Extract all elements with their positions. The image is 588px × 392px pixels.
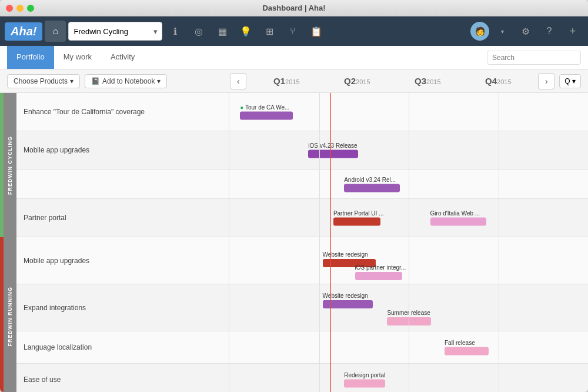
running-row-2: Language localization	[16, 331, 229, 364]
book-icon[interactable]: 📋	[306, 21, 327, 42]
app-window: Dashboard | Aha! Aha! ⌂ Fredwin Cycling …	[0, 0, 588, 392]
cycling-bar-0-0: ● Tour de CA We...	[240, 104, 293, 120]
green-dot-icon: ●	[240, 104, 243, 111]
bar-label: iOS partner integr...	[355, 264, 406, 271]
minimize-button[interactable]	[16, 5, 24, 12]
bar-label: Website redesign	[323, 251, 368, 258]
avatar[interactable]: 🧑	[470, 22, 489, 41]
notebook-icon: 📓	[91, 77, 100, 85]
cycling-rows: Enhance "Tour de California" coverage Mo…	[16, 93, 229, 237]
bulb-icon[interactable]: 💡	[235, 21, 256, 42]
close-button[interactable]	[6, 5, 13, 12]
running-chart-row-0: Website redesign iOS partner integr...	[229, 237, 588, 284]
title-bar: Dashboard | Aha!	[0, 0, 588, 16]
sub-nav-search	[487, 46, 581, 69]
cycling-row-1-label: Mobile app upgrades	[24, 146, 89, 154]
bar-label: iOS v4.23 Release	[308, 142, 357, 149]
cycling-row-0-label: Enhance "Tour de California" coverage	[24, 108, 145, 116]
settings-icon[interactable]: ⚙	[515, 21, 536, 42]
gantt-main: FREDWIN CYCLING Enhance "Tour de Califor…	[0, 93, 588, 392]
gantt-bar[interactable]	[445, 347, 489, 356]
cycling-group-label-area: FREDWIN CYCLING Enhance "Tour de Califor…	[0, 93, 229, 237]
running-group-label: FREDWIN RUNNING	[4, 237, 16, 392]
add-notebook-chevron: ▾	[157, 77, 161, 85]
gantt-bar[interactable]	[355, 272, 402, 280]
bar-label: Giro d'Italia Web ...	[430, 210, 480, 217]
q4-label: Q42015	[463, 76, 533, 86]
running-row-2-label: Language localization	[24, 343, 92, 351]
cycling-bar-3-1: Giro d'Italia Web ...	[430, 210, 486, 226]
running-row-3-label: Ease of use	[24, 376, 61, 384]
cycling-row-0: Enhance "Tour de California" coverage	[16, 93, 229, 131]
target-icon[interactable]: ◎	[188, 21, 209, 42]
zoom-button[interactable]: Q ▾	[559, 74, 581, 88]
cycling-chart-row-3: Partner Portal UI ... Giro d'Italia Web …	[229, 199, 588, 237]
cycling-row-1: Mobile app upgrades	[16, 131, 229, 170]
running-bar-1-0: Website redesign	[323, 293, 373, 308]
bar-label: Summer release	[387, 310, 430, 316]
gantt-bar[interactable]	[387, 317, 431, 325]
running-row-0-label: Mobile app upgrades	[24, 257, 89, 265]
running-chart-row-2: Fall release	[229, 331, 588, 364]
sub-nav-tabs: Portfolio My work Activity	[7, 46, 144, 69]
bar-label: Redesign portal	[344, 372, 385, 378]
q1-label: Q12015	[251, 76, 322, 86]
tab-mywork[interactable]: My work	[54, 46, 101, 69]
calendar-icon[interactable]: ▦	[212, 21, 233, 42]
nav-right: 🧑 ▾ ⚙ ? +	[470, 21, 583, 42]
branch-icon[interactable]: ⑂	[282, 21, 303, 42]
timeline-prev-button[interactable]: ‹	[230, 73, 246, 89]
bar-label: Android v3.24 Rel...	[344, 176, 396, 182]
choose-products-chevron: ▾	[70, 77, 74, 85]
running-label-text: FREDWIN RUNNING	[7, 287, 13, 347]
running-bar-0-1: iOS partner integr...	[355, 264, 406, 280]
traffic-lights	[6, 5, 34, 12]
running-chart-row-1: Website redesign Summer release	[229, 284, 588, 331]
help-icon[interactable]: ?	[539, 21, 560, 42]
info-icon[interactable]: ℹ	[165, 21, 186, 42]
running-chart-row-3: Redesign portal	[229, 364, 588, 392]
cycling-chart-row-2: Android v3.24 Rel...	[229, 170, 588, 199]
tab-activity[interactable]: Activity	[101, 46, 144, 69]
gantt-bar[interactable]	[344, 380, 385, 388]
sub-nav: Portfolio My work Activity	[0, 46, 588, 69]
bar-label: Website redesign	[323, 293, 368, 299]
gantt-bar[interactable]	[344, 184, 400, 192]
window-title: Dashboard | Aha!	[262, 4, 325, 12]
add-notebook-button[interactable]: 📓 Add to Notebook ▾	[85, 74, 167, 88]
gantt-bar[interactable]	[323, 300, 373, 308]
running-row-1-label: Expand integrations	[24, 304, 86, 312]
running-row-3: Ease of use	[16, 364, 229, 392]
gantt-bar[interactable]	[308, 150, 358, 158]
add-icon[interactable]: +	[562, 21, 583, 42]
cycling-label-text: FREDWIN CYCLING	[7, 136, 13, 195]
row-labels-column: FREDWIN CYCLING Enhance "Tour de Califor…	[0, 93, 229, 392]
toolbar: Choose Products ▾ 📓 Add to Notebook ▾ ‹ …	[0, 69, 588, 93]
running-rows: Mobile app upgrades Expand integrations …	[16, 237, 229, 392]
maximize-button[interactable]	[27, 5, 34, 12]
add-notebook-label: Add to Notebook	[102, 77, 155, 85]
top-nav: Aha! ⌂ Fredwin Cycling Fredwin Running ℹ…	[0, 16, 588, 46]
aha-logo[interactable]: Aha!	[5, 22, 42, 41]
avatar-dropdown-icon[interactable]: ▾	[492, 21, 513, 42]
bar-label: Fall release	[445, 340, 475, 346]
gantt-bar[interactable]	[430, 218, 486, 226]
grid-icon[interactable]: ⊞	[259, 21, 280, 42]
gantt-bar[interactable]	[240, 112, 293, 120]
timeline-next-button[interactable]: ›	[538, 73, 554, 89]
timeline-quarter-labels: Q12015 Q22015 Q32015 Q42015	[251, 76, 533, 86]
running-row-0: Mobile app upgrades	[16, 237, 229, 284]
running-group-label-area: FREDWIN RUNNING Mobile app upgrades Expa…	[0, 237, 229, 392]
product-dropdown[interactable]: Fredwin Cycling Fredwin Running	[68, 22, 162, 41]
choose-products-button[interactable]: Choose Products ▾	[7, 74, 80, 88]
gantt-bar[interactable]	[333, 218, 380, 226]
cycling-row-2	[16, 170, 229, 199]
home-button[interactable]: ⌂	[45, 21, 66, 42]
tab-portfolio[interactable]: Portfolio	[7, 46, 54, 69]
cycling-row-3: Partner portal	[16, 199, 229, 237]
product-dropdown-wrapper: Fredwin Cycling Fredwin Running	[68, 22, 162, 41]
running-bar-1-1: Summer release	[387, 310, 431, 325]
cycling-chart-row-1: iOS v4.23 Release	[229, 131, 588, 170]
search-input[interactable]	[487, 51, 581, 65]
bar-label: ● Tour de CA We...	[240, 104, 289, 111]
